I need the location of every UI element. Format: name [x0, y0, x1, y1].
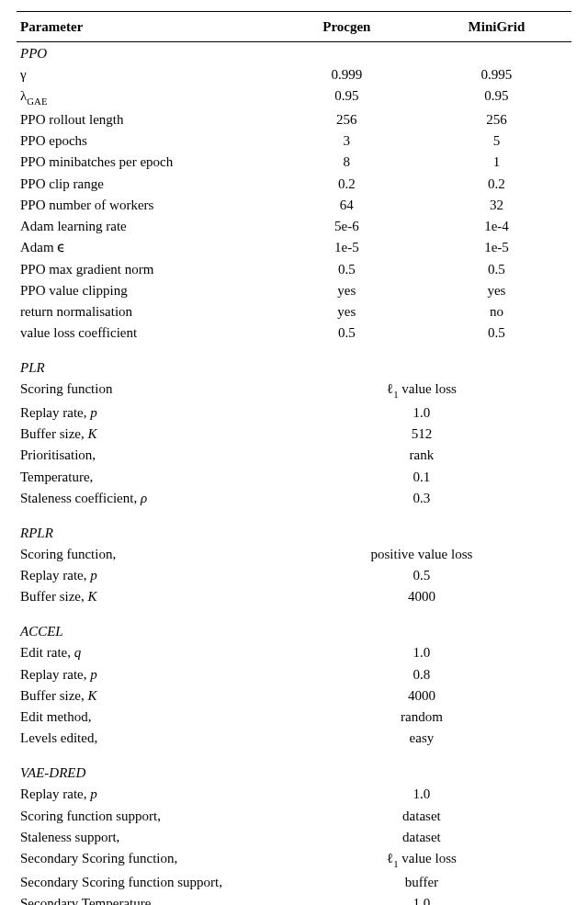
table-header-row: Parameter Procgen MiniGrid [17, 12, 571, 42]
value-shared: 0.5 [272, 565, 571, 586]
value-minigrid: no [422, 301, 571, 322]
table-row: value loss coefficient0.50.5 [17, 322, 571, 344]
table-row: PPO number of workers6432 [17, 194, 571, 215]
table-row: PPO max gradient norm0.50.5 [17, 258, 571, 279]
value-shared: easy [272, 728, 571, 749]
parameter-name: Replay rate, p [17, 663, 272, 684]
parameter-name: Edit method, [17, 707, 272, 728]
section-title: PPO [17, 42, 571, 64]
table-row: Adam ϵ1e-51e-5 [17, 237, 571, 258]
value-minigrid: 1e-4 [422, 216, 571, 237]
value-procgen: 8 [272, 152, 422, 173]
value-procgen: 0.5 [272, 322, 422, 344]
table-row: Levels edited,easy [17, 728, 571, 749]
table-row: Staleness support,dataset [17, 826, 571, 847]
value-minigrid: 5 [422, 130, 571, 152]
table-row: Scoring function,positive value loss [17, 543, 571, 564]
parameter-name: Temperature, [17, 466, 272, 487]
value-shared: 1.0 [272, 784, 571, 805]
value-shared: 4000 [272, 586, 571, 607]
value-procgen: 0.5 [272, 258, 422, 279]
parameter-name: Replay rate, p [17, 784, 272, 805]
table-row: return normalisationyesno [17, 301, 571, 322]
parameter-name: return normalisation [17, 301, 272, 322]
value-shared: 0.8 [272, 663, 571, 684]
value-shared: 1.0 [272, 892, 571, 905]
table-row: Replay rate, p0.8 [17, 663, 571, 684]
value-minigrid: 0.95 [422, 85, 571, 109]
table-row: Temperature,0.1 [17, 466, 571, 487]
table-row: PPO clip range0.20.2 [17, 173, 571, 194]
table-row: Edit rate, q1.0 [17, 642, 571, 663]
value-shared: 1.0 [272, 402, 571, 423]
table-row: Edit method,random [17, 707, 571, 728]
value-minigrid: 0.2 [422, 173, 571, 194]
parameter-name: value loss coefficient [17, 322, 272, 344]
parameter-name: PPO minibatches per epoch [17, 152, 272, 173]
parameter-name: PPO value clipping [17, 279, 272, 300]
value-shared: random [272, 707, 571, 728]
parameter-name: Adam learning rate [17, 216, 272, 237]
table-row: Prioritisation,rank [17, 445, 571, 466]
value-shared: buffer [272, 871, 571, 892]
header-parameter: Parameter [17, 12, 272, 42]
parameter-name: Buffer size, K [17, 424, 272, 445]
parameter-name: Prioritisation, [17, 445, 272, 466]
value-shared: 4000 [272, 684, 571, 706]
parameter-name: Staleness coefficient, ρ [17, 487, 272, 508]
parameter-name: γ [17, 64, 272, 85]
value-shared: 512 [272, 424, 571, 445]
parameter-name: Secondary Scoring function, [17, 848, 272, 872]
parameter-name: PPO epochs [17, 130, 272, 152]
parameter-name: Scoring function support, [17, 805, 272, 826]
value-shared: 1.0 [272, 642, 571, 663]
table-row: Buffer size, K512 [17, 424, 571, 445]
table-row: Buffer size, K4000 [17, 586, 571, 607]
table-row: PPO rollout length256256 [17, 108, 571, 130]
value-minigrid: 0.5 [422, 322, 571, 344]
parameter-name: Levels edited, [17, 728, 272, 749]
parameter-name: Staleness support, [17, 826, 272, 847]
value-procgen: 64 [272, 194, 422, 215]
parameter-name: Scoring function, [17, 543, 272, 564]
parameter-name: Edit rate, q [17, 642, 272, 663]
table-row: λGAE0.950.95 [17, 85, 571, 109]
parameter-name: PPO number of workers [17, 194, 272, 215]
parameter-name: PPO rollout length [17, 108, 272, 130]
parameter-name: PPO clip range [17, 173, 272, 194]
value-shared: ℓ1 value loss [272, 848, 571, 872]
section-title: PLR [17, 344, 571, 379]
value-procgen: 3 [272, 130, 422, 152]
table-row: Adam learning rate5e-61e-4 [17, 216, 571, 237]
value-shared: rank [272, 445, 571, 466]
parameter-name: Adam ϵ [17, 237, 272, 258]
parameter-name: Replay rate, p [17, 565, 272, 586]
section-header: PLR [17, 344, 571, 379]
section-title: ACCEL [17, 607, 571, 642]
value-minigrid: 0.5 [422, 258, 571, 279]
value-procgen: 5e-6 [272, 216, 422, 237]
value-shared: 0.3 [272, 487, 571, 508]
parameter-name: Buffer size, K [17, 684, 272, 706]
section-title: RPLR [17, 509, 571, 544]
parameter-name: Buffer size, K [17, 586, 272, 607]
table-row: Secondary Temperature,1.0 [17, 892, 571, 905]
value-procgen: 0.999 [272, 64, 422, 85]
section-header: VAE-DRED [17, 749, 571, 784]
value-procgen: 0.95 [272, 85, 422, 109]
table-row: Secondary Scoring function support,buffe… [17, 871, 571, 892]
value-procgen: yes [272, 279, 422, 300]
table-row: Scoring functionℓ1 value loss [17, 379, 571, 402]
value-shared: dataset [272, 805, 571, 826]
table-row: PPO value clippingyesyes [17, 279, 571, 300]
table-row: Secondary Scoring function,ℓ1 value loss [17, 848, 571, 872]
value-shared: ℓ1 value loss [272, 379, 571, 402]
parameter-name: Secondary Temperature, [17, 892, 272, 905]
table-row: Buffer size, K4000 [17, 684, 571, 706]
value-procgen: 256 [272, 108, 422, 130]
table-row: Replay rate, p1.0 [17, 402, 571, 423]
table-row: Replay rate, p1.0 [17, 784, 571, 805]
table-row: Scoring function support,dataset [17, 805, 571, 826]
parameter-name: λGAE [17, 85, 272, 109]
parameter-name: PPO max gradient norm [17, 258, 272, 279]
